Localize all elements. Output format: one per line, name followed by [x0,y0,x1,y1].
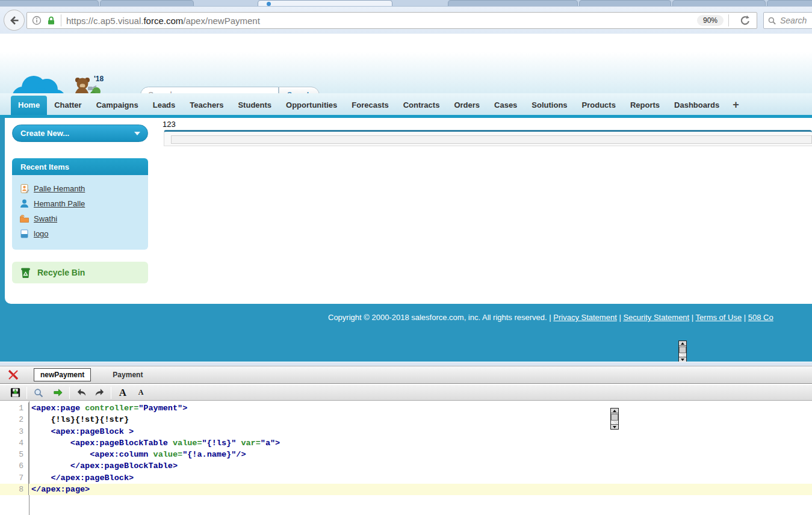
editor-tab-newpayment[interactable]: newPayment [34,368,91,381]
page-footer: Copyright © 2000-2018 salesforce.com, in… [0,304,812,362]
nav-tab-chatter[interactable]: Chatter [47,96,89,115]
person-icon [19,199,29,209]
footer-link[interactable]: 508 Co [748,313,773,322]
toolbar-divider [69,387,70,399]
nav-tab-home[interactable]: Home [11,96,47,115]
green-arrow-right-icon [52,387,64,398]
font-increase-button[interactable]: A [116,386,129,399]
url-text[interactable]: https://c.ap5.visual.force.com/apex/newP… [66,16,260,26]
scrollbar-thumb[interactable] [611,414,618,421]
line-number: 2 [0,414,29,425]
magnifier-icon [33,387,44,398]
scrollbar-thumb[interactable] [679,347,686,353]
urlbar-divider [61,14,61,26]
add-tab-plus-icon[interactable]: + [727,96,745,115]
contact-card-icon [19,183,29,194]
back-icon [8,14,20,26]
recent-item: logo [12,226,148,241]
footer-link[interactable]: Privacy Statement [553,313,617,322]
nav-tab-leads[interactable]: Leads [146,96,183,115]
chevron-down-icon [134,132,140,135]
lock-icon[interactable] [46,16,56,25]
footer-link[interactable]: Security Statement [623,313,689,322]
close-icon[interactable] [6,368,20,381]
nav-tab-teachers[interactable]: Teachers [182,96,231,115]
code-line-4[interactable]: 4 <apex:pageBlockTable value="{!ls}" var… [0,437,812,449]
nav-tab-orders[interactable]: Orders [447,96,487,115]
footer-link[interactable]: Terms of Use [696,313,742,322]
code-line-7[interactable]: 7 </apex:pageBlock> [0,472,812,484]
scroll-up-icon[interactable] [679,341,686,346]
browser-search-field[interactable]: Search [763,12,812,29]
create-new-label: Create New... [20,129,69,138]
nav-tab-reports[interactable]: Reports [623,96,667,115]
code-text: <apex:column value="{!a.name}"/> [29,449,246,460]
find-button[interactable] [32,386,45,399]
nav-tab-contracts[interactable]: Contracts [396,96,447,115]
create-new-button[interactable]: Create New... [12,125,148,142]
recent-item-link[interactable]: Palle Hemanth [34,184,85,193]
redo-icon [94,387,105,398]
toolbar-divider [26,387,27,399]
reload-icon[interactable] [739,14,752,27]
nav-tab-products[interactable]: Products [575,96,623,115]
url-prefix: https://c.ap5.visual. [66,16,143,26]
url-path: /apex/newPayment [183,16,260,26]
mini-vertical-scrollbar[interactable] [678,341,687,362]
recent-item: Swathi [12,211,148,226]
nav-tab-opportunities[interactable]: Opportunities [279,96,344,115]
back-button[interactable] [4,10,25,31]
nav-tab-campaigns[interactable]: Campaigns [89,96,146,115]
code-text: </apex:pageBlock> [29,472,134,484]
browser-tab-strip [0,0,812,6]
recent-item-link[interactable]: Hemanth Palle [34,199,85,208]
nav-tab-solutions[interactable]: Solutions [524,96,574,115]
scrollbar-track[interactable] [679,346,686,357]
code-line-6[interactable]: 6 </apex:pageBlockTable> [0,460,812,472]
mini-vertical-scrollbar[interactable] [610,408,619,430]
nav-tab-forecasts[interactable]: Forecasts [344,96,395,115]
line-number: 5 [0,449,29,460]
recent-item-link[interactable]: Swathi [34,214,57,223]
nav-tab-students[interactable]: Students [231,96,279,115]
code-line-2[interactable]: 2 {!ls}{!st}{!str} [0,414,812,425]
browser-toolbar: https://c.ap5.visual.force.com/apex/newP… [0,6,812,34]
recent-items-panel: Recent Items Palle HemanthHemanth PalleS… [12,158,148,250]
code-line-5[interactable]: 5 <apex:column value="{!a.name}"/> [0,449,812,460]
save-button[interactable] [8,386,22,399]
code-line-8[interactable]: 8</apex:page> [0,484,812,495]
editor-tab-payment[interactable]: Payment [107,369,149,381]
url-bar[interactable]: https://c.ap5.visual.force.com/apex/newP… [26,12,757,29]
goto-line-button[interactable] [51,386,64,399]
code-text: <apex:page controller="Payment"> [29,402,187,414]
scroll-down-icon[interactable] [679,357,686,362]
page-output-text: 123 [163,120,176,129]
undo-button[interactable] [75,386,88,399]
code-text: </apex:pageBlockTable> [29,460,178,472]
undo-icon [76,387,87,398]
recent-item-link[interactable]: logo [34,229,49,238]
code-line-3[interactable]: 3 <apex:pageBlock > [0,426,812,437]
visualforce-editor: newPayment Payment [0,366,812,515]
scroll-down-icon[interactable] [611,424,618,429]
page-body: Create New... Recent Items Palle Hemanth… [0,118,812,304]
search-icon [767,16,776,25]
editor-toolbar: A A [0,384,812,401]
code-text: {!ls}{!st}{!str} [29,414,129,425]
nav-tab-dashboards[interactable]: Dashboards [667,96,727,115]
scrollbar-track[interactable] [611,413,618,424]
font-decrease-button[interactable]: A [134,386,147,399]
recent-item: Hemanth Palle [12,196,148,211]
redo-button[interactable] [93,386,106,399]
favicon [267,2,271,6]
code-area[interactable]: 1<apex:page controller="Payment">2 {!ls}… [0,401,812,515]
line-number: 4 [0,437,29,449]
code-text: <apex:pageBlockTable value="{!ls}" var="… [29,437,280,449]
scroll-up-icon[interactable] [611,409,618,413]
info-icon[interactable] [32,16,42,25]
nav-tab-cases[interactable]: Cases [487,96,524,115]
recycle-bin[interactable]: Recycle Bin [12,262,148,283]
footer-links: | Privacy Statement | Security Statement… [549,313,773,322]
zoom-badge[interactable]: 90% [697,15,724,26]
code-line-1[interactable]: 1<apex:page controller="Payment"> [0,402,812,414]
